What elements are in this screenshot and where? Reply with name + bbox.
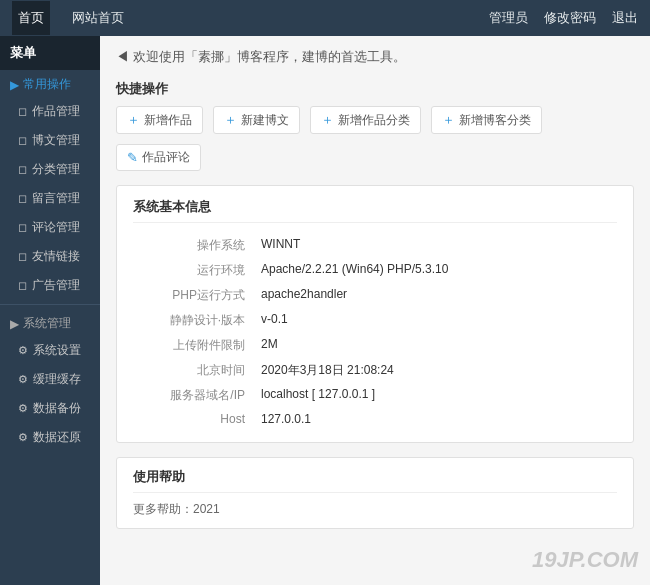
page-icon: ◻ (18, 250, 27, 263)
gear-icon-3: ⚙ (18, 402, 28, 415)
plus-icon-2: ＋ (224, 111, 237, 129)
table-row: 操作系统WINNT (133, 233, 617, 258)
info-value: 2M (253, 333, 617, 358)
main-content: ◀ 欢迎使用「素挪」博客程序，建博的首选工具。 快捷操作 ＋ 新增作品 ＋ 新建… (100, 36, 650, 585)
info-key: 运行环境 (133, 258, 253, 283)
table-row: 上传附件限制2M (133, 333, 617, 358)
gear-icon-2: ⚙ (18, 373, 28, 386)
system-info-title: 系统基本信息 (133, 198, 617, 223)
nav-home[interactable]: 首页 (12, 1, 50, 35)
info-key: PHP运行方式 (133, 283, 253, 308)
btn-work-comments[interactable]: ✎ 作品评论 (116, 144, 201, 171)
info-value: localhost [ 127.0.0.1 ] (253, 383, 617, 408)
edit-icon: ✎ (127, 150, 138, 165)
info-key: 服务器域名/IP (133, 383, 253, 408)
plus-icon-4: ＋ (442, 111, 455, 129)
chevron-icon: ▶ (10, 78, 19, 92)
info-key: Host (133, 408, 253, 430)
nav-site-home[interactable]: 网站首页 (66, 1, 130, 35)
sidebar-item-backup[interactable]: ⚙ 数据备份 (0, 394, 100, 423)
gear-icon-4: ⚙ (18, 431, 28, 444)
layout: 菜单 ▶ 常用操作 ◻ 作品管理 ◻ 博文管理 ◻ 分类管理 ◻ 留言管理 ◻ … (0, 36, 650, 585)
nav-logout[interactable]: 退出 (612, 9, 638, 27)
plus-icon-3: ＋ (321, 111, 334, 129)
page-icon: ◻ (18, 221, 27, 234)
help-text: 更多帮助：2021 (133, 501, 617, 518)
help-title: 使用帮助 (133, 468, 617, 493)
nav-change-password[interactable]: 修改密码 (544, 9, 596, 27)
help-box: 使用帮助 更多帮助：2021 (116, 457, 634, 529)
top-nav: 首页 网站首页 管理员 修改密码 退出 (0, 0, 650, 36)
sidebar-item-works[interactable]: ◻ 作品管理 (0, 97, 100, 126)
info-value: 127.0.0.1 (253, 408, 617, 430)
sidebar-item-system-settings[interactable]: ⚙ 系统设置 (0, 336, 100, 365)
info-table: 操作系统WINNT运行环境Apache/2.2.21 (Win64) PHP/5… (133, 233, 617, 430)
sidebar-group-common: ▶ 常用操作 (0, 70, 100, 97)
sidebar-title: 菜单 (0, 36, 100, 70)
table-row: 服务器域名/IPlocalhost [ 127.0.0.1 ] (133, 383, 617, 408)
table-row: 运行环境Apache/2.2.21 (Win64) PHP/5.3.10 (133, 258, 617, 283)
top-nav-left: 首页 网站首页 (12, 1, 130, 35)
quick-actions: ＋ 新增作品 ＋ 新建博文 ＋ 新增作品分类 ＋ 新增博客分类 ✎ 作品评论 (116, 106, 634, 171)
info-value: apache2handler (253, 283, 617, 308)
page-icon: ◻ (18, 105, 27, 118)
table-row: 北京时间2020年3月18日 21:08:24 (133, 358, 617, 383)
sidebar-group-system: ▶ 系统管理 (0, 309, 100, 336)
info-value: Apache/2.2.21 (Win64) PHP/5.3.10 (253, 258, 617, 283)
page-icon: ◻ (18, 163, 27, 176)
info-key: 操作系统 (133, 233, 253, 258)
nav-admin[interactable]: 管理员 (489, 9, 528, 27)
btn-new-blog[interactable]: ＋ 新建博文 (213, 106, 300, 134)
top-nav-right: 管理员 修改密码 退出 (489, 9, 638, 27)
btn-new-blog-category[interactable]: ＋ 新增博客分类 (431, 106, 542, 134)
sidebar-item-messages[interactable]: ◻ 留言管理 (0, 184, 100, 213)
page-icon: ◻ (18, 192, 27, 205)
page-icon: ◻ (18, 279, 27, 292)
sidebar-divider (0, 304, 100, 305)
info-value: v-0.1 (253, 308, 617, 333)
info-key: 静静设计·版本 (133, 308, 253, 333)
sidebar: 菜单 ▶ 常用操作 ◻ 作品管理 ◻ 博文管理 ◻ 分类管理 ◻ 留言管理 ◻ … (0, 36, 100, 585)
plus-icon: ＋ (127, 111, 140, 129)
gear-icon: ⚙ (18, 344, 28, 357)
table-row: PHP运行方式apache2handler (133, 283, 617, 308)
welcome-bar: ◀ 欢迎使用「素挪」博客程序，建博的首选工具。 (116, 46, 634, 68)
info-value: WINNT (253, 233, 617, 258)
chevron-icon-2: ▶ (10, 317, 19, 331)
table-row: 静静设计·版本v-0.1 (133, 308, 617, 333)
sidebar-item-restore[interactable]: ⚙ 数据还原 (0, 423, 100, 452)
sidebar-item-ads[interactable]: ◻ 广告管理 (0, 271, 100, 300)
info-key: 北京时间 (133, 358, 253, 383)
sidebar-item-links[interactable]: ◻ 友情链接 (0, 242, 100, 271)
info-key: 上传附件限制 (133, 333, 253, 358)
page-icon: ◻ (18, 134, 27, 147)
btn-new-work-category[interactable]: ＋ 新增作品分类 (310, 106, 421, 134)
quick-actions-title: 快捷操作 (116, 80, 634, 98)
sidebar-item-comments[interactable]: ◻ 评论管理 (0, 213, 100, 242)
sidebar-item-cache[interactable]: ⚙ 缓理缓存 (0, 365, 100, 394)
sidebar-item-category[interactable]: ◻ 分类管理 (0, 155, 100, 184)
info-value: 2020年3月18日 21:08:24 (253, 358, 617, 383)
system-info-box: 系统基本信息 操作系统WINNT运行环境Apache/2.2.21 (Win64… (116, 185, 634, 443)
table-row: Host127.0.0.1 (133, 408, 617, 430)
sidebar-item-blog[interactable]: ◻ 博文管理 (0, 126, 100, 155)
btn-new-work[interactable]: ＋ 新增作品 (116, 106, 203, 134)
